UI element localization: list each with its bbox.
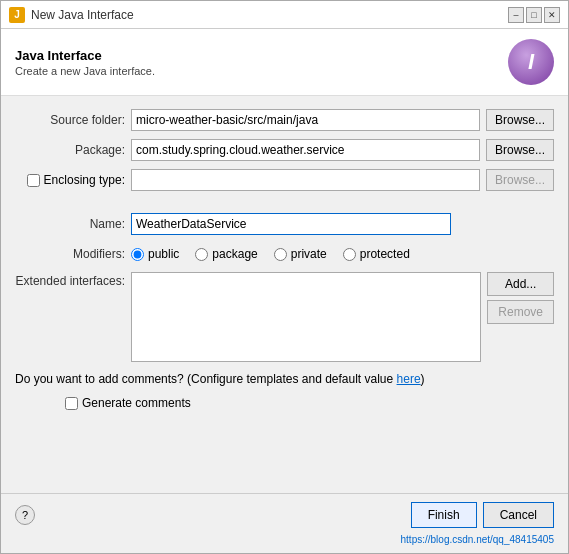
enclosing-type-input[interactable] [131, 169, 480, 191]
name-label: Name: [15, 217, 125, 231]
source-folder-input[interactable] [131, 109, 480, 131]
source-folder-label: Source folder: [15, 113, 125, 127]
enclosing-type-checkbox[interactable] [27, 174, 40, 187]
footer-bottom-row: ? Finish Cancel [15, 502, 554, 528]
enclosing-type-label: Enclosing type: [44, 173, 125, 187]
extended-buttons: Add... Remove [487, 272, 554, 324]
modifier-package-label: package [212, 247, 257, 261]
footer-url: https://blog.csdn.net/qq_48415405 [15, 534, 554, 545]
window-title: New Java Interface [31, 8, 134, 22]
comments-text-before: Do you want to add comments? (Configure … [15, 372, 397, 386]
title-bar-left: J New Java Interface [9, 7, 134, 23]
name-input[interactable] [131, 213, 451, 235]
package-browse-button[interactable]: Browse... [486, 139, 554, 161]
extended-interfaces-label: Extended interfaces: [15, 272, 125, 288]
main-window: J New Java Interface – □ ✕ Java Interfac… [0, 0, 569, 554]
modifier-protected-label: protected [360, 247, 410, 261]
footer-buttons: Finish Cancel [411, 502, 554, 528]
modifier-public-option[interactable]: public [131, 247, 179, 261]
package-input[interactable] [131, 139, 480, 161]
enclosing-checkbox-area: Enclosing type: [15, 173, 125, 187]
modifier-public-label: public [148, 247, 179, 261]
close-button[interactable]: ✕ [544, 7, 560, 23]
modifier-package-radio[interactable] [195, 248, 208, 261]
maximize-button[interactable]: □ [526, 7, 542, 23]
window-icon: J [9, 7, 25, 23]
generate-comments-row: Generate comments [15, 396, 554, 410]
header-icon-letter: I [528, 49, 534, 75]
extended-interfaces-textarea[interactable] [131, 272, 481, 362]
name-row: Name: [15, 212, 554, 236]
finish-button[interactable]: Finish [411, 502, 477, 528]
generate-comments-label: Generate comments [82, 396, 191, 410]
modifier-public-radio[interactable] [131, 248, 144, 261]
modifiers-options: public package private protected [131, 247, 410, 261]
window-icon-letter: J [14, 9, 20, 20]
modifier-private-option[interactable]: private [274, 247, 327, 261]
header-text: Java Interface Create a new Java interfa… [15, 48, 155, 77]
add-button[interactable]: Add... [487, 272, 554, 296]
modifier-protected-radio[interactable] [343, 248, 356, 261]
header-title: Java Interface [15, 48, 155, 63]
modifier-private-radio[interactable] [274, 248, 287, 261]
extended-interfaces-row: Extended interfaces: Add... Remove [15, 272, 554, 362]
remove-button[interactable]: Remove [487, 300, 554, 324]
title-controls: – □ ✕ [508, 7, 560, 23]
package-label: Package: [15, 143, 125, 157]
comments-link[interactable]: here [397, 372, 421, 386]
minimize-button[interactable]: – [508, 7, 524, 23]
source-folder-row: Source folder: Browse... [15, 108, 554, 132]
comments-text-after: ) [421, 372, 425, 386]
modifiers-label: Modifiers: [15, 247, 125, 261]
header-section: Java Interface Create a new Java interfa… [1, 29, 568, 96]
footer: ? Finish Cancel https://blog.csdn.net/qq… [1, 493, 568, 553]
enclosing-browse-button[interactable]: Browse... [486, 169, 554, 191]
header-subtitle: Create a new Java interface. [15, 65, 155, 77]
title-bar: J New Java Interface – □ ✕ [1, 1, 568, 29]
enclosing-type-row: Enclosing type: Browse... [15, 168, 554, 192]
header-icon: I [508, 39, 554, 85]
modifier-package-option[interactable]: package [195, 247, 257, 261]
generate-comments-checkbox[interactable] [65, 397, 78, 410]
cancel-button[interactable]: Cancel [483, 502, 554, 528]
form-content: Source folder: Browse... Package: Browse… [1, 96, 568, 493]
modifier-private-label: private [291, 247, 327, 261]
modifiers-row: Modifiers: public package private protec… [15, 242, 554, 266]
package-row: Package: Browse... [15, 138, 554, 162]
help-button[interactable]: ? [15, 505, 35, 525]
comments-section: Do you want to add comments? (Configure … [15, 372, 554, 386]
source-browse-button[interactable]: Browse... [486, 109, 554, 131]
modifier-protected-option[interactable]: protected [343, 247, 410, 261]
